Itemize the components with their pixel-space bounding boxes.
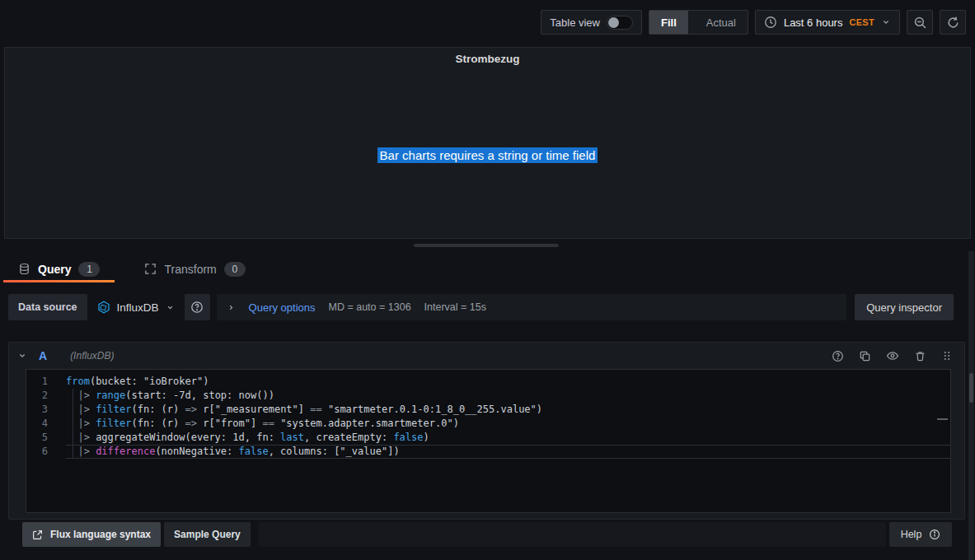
drag-handle-icon[interactable] bbox=[941, 350, 953, 362]
query-help-icon[interactable] bbox=[832, 350, 844, 362]
page-scrollbar[interactable] bbox=[968, 251, 974, 560]
fill-actual-group: Fill Actual bbox=[649, 10, 748, 35]
database-icon bbox=[18, 263, 30, 275]
scrollbar-thumb[interactable] bbox=[969, 373, 973, 403]
table-view-toggle-group: Table view bbox=[541, 10, 642, 35]
tab-transform-label: Transform bbox=[164, 263, 216, 276]
clock-icon bbox=[764, 16, 777, 29]
max-datapoints-text: MD = auto = 1306 bbox=[329, 301, 411, 313]
query-editor-card: A (InfluxDB) bbox=[8, 342, 965, 520]
toggle-visibility-icon[interactable] bbox=[886, 349, 899, 362]
flux-syntax-button[interactable]: Flux language syntax bbox=[22, 522, 161, 547]
query-datasource-hint: (InfluxDB) bbox=[70, 350, 114, 362]
tab-query[interactable]: Query 1 bbox=[8, 255, 110, 282]
fill-button[interactable]: Fill bbox=[649, 11, 688, 34]
toolbar: Table view Fill Actual Last 6 hours CEST bbox=[541, 10, 966, 35]
code-line[interactable]: 5 |> aggregateWindow(every: 1d, fn: last… bbox=[26, 431, 950, 445]
datasource-picker[interactable]: InfluxDB bbox=[89, 294, 183, 320]
line-number: 2 bbox=[26, 389, 48, 403]
time-range-picker[interactable]: Last 6 hours CEST bbox=[755, 10, 900, 35]
tab-transform[interactable]: Transform 0 bbox=[134, 255, 255, 282]
datasource-label: Data source bbox=[8, 294, 87, 320]
zoom-out-icon bbox=[913, 16, 927, 30]
query-expression-box[interactable] bbox=[259, 522, 886, 547]
line-number: 4 bbox=[26, 417, 48, 431]
indent-guide bbox=[73, 389, 73, 459]
query-options-bar: Query options MD = auto = 1306 Interval … bbox=[217, 294, 847, 320]
line-number: 6 bbox=[26, 445, 48, 459]
pane-resize-handle[interactable] bbox=[414, 244, 559, 247]
datasource-help-button[interactable] bbox=[185, 294, 210, 320]
query-ref-id[interactable]: A bbox=[39, 349, 47, 362]
toggle-knob bbox=[608, 17, 619, 28]
zoom-out-button[interactable] bbox=[907, 10, 933, 35]
collapse-chevron-icon[interactable] bbox=[17, 351, 27, 361]
question-circle-icon bbox=[190, 301, 204, 314]
table-view-switch[interactable] bbox=[607, 16, 633, 30]
code-line[interactable]: 4 |> filter(fn: (r) => r["from"] == "sys… bbox=[26, 417, 950, 431]
table-view-label: Table view bbox=[550, 16, 600, 29]
line-content: |> range(start: -7d, stop: now()) bbox=[66, 389, 950, 403]
sample-query-button[interactable]: Sample Query bbox=[164, 522, 251, 547]
tab-query-label: Query bbox=[38, 263, 71, 276]
grafana-panel-editor: Table view Fill Actual Last 6 hours CEST bbox=[0, 0, 975, 560]
query-row-header: A (InfluxDB) bbox=[9, 343, 964, 369]
line-content: |> filter(fn: (r) => r["from"] == "syste… bbox=[66, 417, 950, 431]
visualization-panel: Strombezug Bar charts requires a string … bbox=[4, 47, 971, 239]
code-line[interactable]: 2 |> range(start: -7d, stop: now()) bbox=[26, 389, 950, 403]
help-label: Help bbox=[901, 529, 922, 540]
influxdb-logo-icon bbox=[97, 301, 110, 314]
info-circle-icon bbox=[929, 529, 940, 540]
query-footer: Flux language syntax Sample Query Help bbox=[22, 522, 952, 547]
editor-tabs: Query 1 Transform 0 bbox=[8, 255, 255, 282]
chevron-down-icon bbox=[881, 17, 891, 27]
transform-icon bbox=[144, 263, 157, 275]
help-button[interactable]: Help bbox=[889, 522, 952, 547]
actual-button[interactable]: Actual bbox=[695, 11, 748, 34]
flux-code-editor[interactable]: 1from(bucket: "ioBroker")2 |> range(star… bbox=[26, 369, 951, 513]
refresh-icon bbox=[946, 16, 960, 30]
datasource-row: Data source InfluxDB bbox=[8, 294, 954, 320]
line-number: 1 bbox=[26, 375, 48, 389]
chevron-right-icon[interactable] bbox=[227, 303, 236, 312]
chevron-down-icon bbox=[166, 303, 175, 312]
flux-syntax-label: Flux language syntax bbox=[50, 529, 151, 540]
refresh-button[interactable] bbox=[940, 10, 966, 35]
code-line[interactable]: 1from(bucket: "ioBroker") bbox=[26, 375, 950, 389]
tab-transform-badge: 0 bbox=[224, 262, 246, 277]
line-number: 3 bbox=[26, 403, 48, 417]
minimap-marker bbox=[937, 418, 948, 420]
line-content: |> aggregateWindow(every: 1d, fn: last, … bbox=[66, 431, 950, 445]
code-line[interactable]: 3 |> filter(fn: (r) => r["_measurement"]… bbox=[26, 403, 950, 417]
panel-title: Strombezug bbox=[5, 53, 970, 65]
tab-query-badge: 1 bbox=[78, 262, 100, 277]
time-range-label: Last 6 hours bbox=[784, 16, 843, 29]
duplicate-query-icon[interactable] bbox=[859, 350, 871, 362]
query-row-actions bbox=[832, 349, 953, 362]
external-link-icon bbox=[32, 530, 43, 540]
datasource-name: InfluxDB bbox=[117, 301, 159, 314]
panel-error-message: Bar charts requires a string or time fie… bbox=[377, 147, 598, 163]
line-content: |> difference(nonNegative: false, column… bbox=[66, 445, 950, 459]
timezone-label: CEST bbox=[849, 17, 874, 27]
line-content: |> filter(fn: (r) => r["_measurement"] =… bbox=[66, 403, 950, 417]
line-number: 5 bbox=[26, 431, 48, 445]
code-lines: 1from(bucket: "ioBroker")2 |> range(star… bbox=[26, 370, 950, 459]
code-line[interactable]: 6 |> difference(nonNegative: false, colu… bbox=[26, 445, 950, 459]
line-content: from(bucket: "ioBroker") bbox=[66, 375, 950, 389]
query-options-link[interactable]: Query options bbox=[249, 301, 316, 314]
delete-query-icon[interactable] bbox=[914, 350, 926, 362]
query-inspector-button[interactable]: Query inspector bbox=[855, 294, 954, 320]
interval-text: Interval = 15s bbox=[424, 301, 486, 313]
